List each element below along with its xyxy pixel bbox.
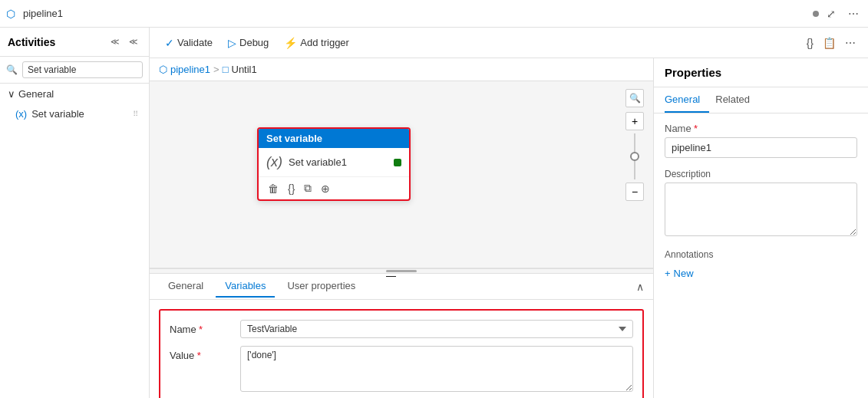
chevron-down-icon: ∨ <box>8 88 15 100</box>
breadcrumb-until: Until1 <box>232 64 257 75</box>
main-layout: Activities ≪ ≪ 🔍 ∨ General (x) Set varia… <box>0 28 868 398</box>
unsaved-dot <box>813 11 819 17</box>
bottom-tabs: General Variables User properties ∧ <box>150 274 653 300</box>
zoom-slider-thumb[interactable] <box>630 152 639 161</box>
form-row-name: Name * TestVariable <box>170 320 633 338</box>
activity-delete-button[interactable]: 🗑 <box>266 181 280 196</box>
props-annotations-header: Annotations <box>665 249 857 260</box>
debug-button[interactable]: ▷ Debug <box>222 34 275 52</box>
set-variable-icon: (x) <box>15 108 27 120</box>
properties-content: Name * Description Annotations + New <box>654 113 868 398</box>
sidebar-item-set-variable[interactable]: (x) Set variable ⠿ <box>0 104 149 123</box>
search-icon: 🔍 <box>6 64 18 75</box>
name-field-label: Name * <box>170 320 231 335</box>
activity-copy-button[interactable]: ⧉ <box>302 180 313 196</box>
zoom-in-button[interactable]: + <box>625 112 644 130</box>
canvas-props-layout: ⬡ pipeline1 > □ Until1 Set variable (x) … <box>150 58 868 398</box>
toolbar-right: {} 📋 ⋯ <box>804 34 859 52</box>
props-annotations-section: Annotations + New <box>665 249 857 281</box>
sidebar-item-label: Set variable <box>31 108 84 120</box>
props-tab-general[interactable]: General <box>665 87 709 113</box>
topbar-more-button[interactable]: ⋯ <box>845 5 862 23</box>
name-required-marker: * <box>199 324 203 335</box>
props-name-input[interactable] <box>665 137 857 158</box>
breadcrumb-until-icon: □ <box>223 64 229 75</box>
activity-variable-icon: (x) <box>266 154 282 170</box>
breadcrumb-pipeline-icon: ⬡ <box>159 64 167 75</box>
value-field-label: Value * <box>170 346 231 361</box>
search-input[interactable] <box>22 61 143 78</box>
code-button[interactable]: {} <box>804 34 817 52</box>
tab-general[interactable]: General <box>159 275 213 298</box>
variables-form: Name * TestVariable Value * <box>159 309 644 398</box>
bottom-panel: — General Variables User properties ∧ Na… <box>150 268 653 398</box>
activity-code-button[interactable]: {} <box>286 181 296 196</box>
canvas-container: ⬡ pipeline1 > □ Until1 Set variable (x) … <box>150 58 653 398</box>
zoom-slider-track <box>634 133 635 179</box>
zoom-controls: 🔍 + − <box>625 89 644 201</box>
validate-icon: ✓ <box>165 37 174 49</box>
sidebar: Activities ≪ ≪ 🔍 ∨ General (x) Set varia… <box>0 28 150 398</box>
activity-connect-button[interactable]: ⊕ <box>319 181 332 196</box>
new-btn-label: New <box>674 268 694 279</box>
bottom-content: Name * TestVariable Value * <box>150 300 653 398</box>
add-trigger-button[interactable]: ⚡ Add trigger <box>278 34 355 52</box>
activity-node-label: Set variable1 <box>289 156 347 168</box>
activity-node[interactable]: Set variable (x) Set variable1 🗑 {} ⧉ ⊕ <box>257 127 411 201</box>
sidebar-header: Activities ≪ ≪ <box>0 28 149 57</box>
zoom-out-button[interactable]: − <box>625 183 644 201</box>
form-row-value: Value * ['done'] <box>170 346 633 394</box>
breadcrumb-pipeline[interactable]: pipeline1 <box>170 64 210 75</box>
validate-label: Validate <box>177 37 213 48</box>
validate-button[interactable]: ✓ Validate <box>159 34 219 52</box>
sidebar-title: Activities <box>8 36 107 48</box>
plus-icon: + <box>665 268 671 279</box>
tab-user-properties[interactable]: User properties <box>278 275 365 298</box>
expand-button[interactable]: ⤢ <box>823 5 839 23</box>
properties-tabs: General Related <box>654 87 868 113</box>
props-name-field: Name * <box>665 123 857 158</box>
sidebar-collapse-button-2[interactable]: ≪ <box>126 34 141 50</box>
canvas[interactable]: Set variable (x) Set variable1 🗑 {} ⧉ ⊕ <box>150 81 653 268</box>
properties-panel: Properties General Related Name * Descri <box>653 58 868 398</box>
activity-node-actions: 🗑 {} ⧉ ⊕ <box>259 176 409 199</box>
activity-node-body: (x) Set variable1 <box>259 148 409 176</box>
debug-icon: ▷ <box>228 37 236 49</box>
sidebar-collapse-btns: ≪ ≪ <box>107 34 141 50</box>
breadcrumb: ⬡ pipeline1 > □ Until1 <box>150 58 653 81</box>
sidebar-search-container: 🔍 <box>0 57 149 84</box>
breadcrumb-separator: > <box>213 64 219 75</box>
sidebar-collapse-button[interactable]: ≪ <box>107 34 123 50</box>
trigger-icon: ⚡ <box>284 37 297 49</box>
activity-node-header: Set variable <box>259 129 409 148</box>
name-select[interactable]: TestVariable <box>240 320 633 338</box>
drag-handle-icon: ⠿ <box>133 110 138 118</box>
toolbar-more-button[interactable]: ⋯ <box>842 34 859 52</box>
props-tab-related[interactable]: Related <box>715 87 759 113</box>
annotations-new-button[interactable]: + New <box>665 266 694 281</box>
group-label: General <box>18 88 54 100</box>
zoom-search-button[interactable]: 🔍 <box>625 89 644 107</box>
name-input-wrapper: TestVariable <box>240 320 633 338</box>
drag-bar: — <box>386 270 417 272</box>
monitor-button[interactable]: 📋 <box>820 34 839 52</box>
content-area: ✓ Validate ▷ Debug ⚡ Add trigger {} 📋 ⋯ <box>150 28 868 398</box>
add-trigger-label: Add trigger <box>300 37 349 48</box>
props-name-label: Name * <box>665 123 857 134</box>
top-bar: ⬡ pipeline1 ⤢ ⋯ <box>0 0 868 28</box>
properties-title: Properties <box>654 58 868 87</box>
props-description-label: Description <box>665 169 857 179</box>
props-description-textarea[interactable] <box>665 183 857 236</box>
toolbar: ✓ Validate ▷ Debug ⚡ Add trigger {} 📋 ⋯ <box>150 28 868 58</box>
pipeline-icon: ⬡ <box>6 8 15 20</box>
debug-label: Debug <box>239 37 269 48</box>
props-name-required: * <box>694 123 698 134</box>
tab-variables[interactable]: Variables <box>216 275 275 298</box>
bottom-panel-collapse-button[interactable]: ∧ <box>636 281 644 293</box>
value-required-marker: * <box>197 350 201 361</box>
pipeline-title: pipeline1 <box>23 8 808 19</box>
sidebar-group-general[interactable]: ∨ General <box>0 84 149 104</box>
value-textarea[interactable]: ['done'] <box>240 346 633 392</box>
activity-status-indicator <box>394 159 401 166</box>
props-description-field: Description <box>665 169 857 238</box>
